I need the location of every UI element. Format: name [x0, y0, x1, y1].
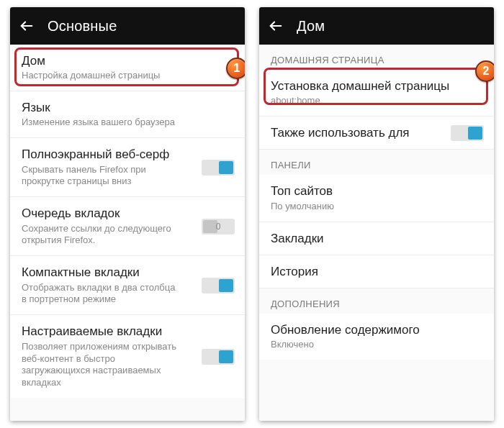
back-icon[interactable] — [19, 18, 35, 34]
row-sublabel: Настройка домашней страницы — [22, 70, 233, 82]
row-fullscreen-browsing[interactable]: Полноэкранный веб-серф Скрывать панель F… — [10, 138, 245, 197]
toggle-also-use[interactable] — [451, 124, 484, 142]
home-settings-list: ДОМАШНЯЯ СТРАНИЦА Установка домашней стр… — [259, 45, 494, 421]
section-panels: ПАНЕЛИ — [259, 150, 494, 175]
row-set-homepage[interactable]: Установка домашней страницы about:home — [259, 70, 494, 117]
settings-list: Дом Настройка домашней страницы Язык Изм… — [10, 45, 245, 421]
row-sublabel: about:home — [271, 95, 482, 107]
toggle-off-label: 0 — [202, 222, 235, 232]
toggle-custom-tabs[interactable] — [202, 348, 235, 365]
toggle-compact-tabs[interactable] — [202, 277, 235, 294]
screen-home: Дом ДОМАШНЯЯ СТРАНИЦА Установка домашней… — [259, 7, 494, 421]
row-label: Топ сайтов — [271, 183, 482, 199]
row-language[interactable]: Язык Изменение языка вашего браузера — [10, 91, 245, 138]
toggle-fullscreen[interactable] — [202, 159, 235, 176]
row-sublabel: Изменение языка вашего браузера — [22, 117, 233, 129]
row-custom-tabs[interactable]: Настраиваемые вкладки Позволяет приложен… — [10, 315, 245, 398]
row-tab-queue[interactable]: Очередь вкладок Сохраните ссылки до след… — [10, 197, 245, 256]
row-top-sites[interactable]: Топ сайтов По умолчанию — [259, 175, 494, 222]
row-also-use-for[interactable]: Также использовать для — [259, 117, 494, 150]
row-sublabel: Включено — [271, 339, 482, 351]
section-addons: ДОПОЛНЕНИЯ — [259, 288, 494, 314]
appbar: Основные — [10, 7, 245, 45]
row-compact-tabs[interactable]: Компактные вкладки Отображать вкладки в … — [10, 256, 245, 315]
row-label: Язык — [22, 100, 233, 115]
row-label: Настраиваемые вкладки — [22, 324, 233, 339]
row-sublabel: Скрывать панель Firefox при прокрутке ст… — [22, 164, 181, 188]
row-label: Обновление содержимого — [271, 322, 482, 337]
screen-general: Основные Дом Настройка домашней страницы… — [10, 7, 245, 421]
row-content-update[interactable]: Обновление содержимого Включено — [259, 314, 494, 360]
toggle-tab-queue[interactable]: 0 — [202, 218, 235, 235]
row-home[interactable]: Дом Настройка домашней страницы — [10, 45, 245, 91]
row-label: Закладки — [271, 231, 482, 246]
row-sublabel: Сохраните ссылки до следующего открытия … — [22, 223, 181, 247]
page-title: Основные — [48, 18, 117, 35]
row-sublabel: По умолчанию — [271, 201, 482, 213]
page-title: Дом — [297, 18, 325, 35]
appbar: Дом — [259, 7, 494, 45]
row-label: История — [271, 264, 482, 279]
row-history[interactable]: История — [259, 255, 494, 288]
row-label: Дом — [22, 53, 233, 68]
back-icon[interactable] — [268, 18, 284, 34]
section-homepage: ДОМАШНЯЯ СТРАНИЦА — [259, 45, 494, 70]
row-sublabel: Позволяет приложениям открывать веб-конт… — [22, 341, 181, 390]
row-label: Установка домашней страницы — [271, 78, 482, 94]
row-sublabel: Отображать вкладки в два столбца в портр… — [22, 282, 181, 306]
row-bookmarks[interactable]: Закладки — [259, 222, 494, 255]
